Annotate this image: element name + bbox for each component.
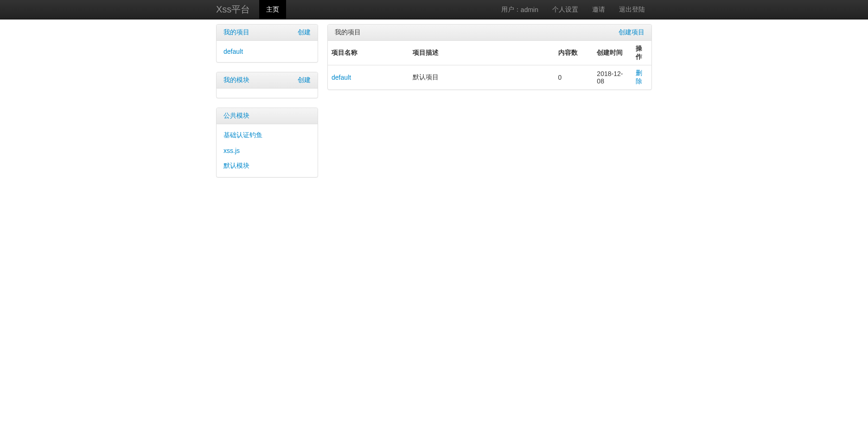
table-row: default 默认项目 0 2018-12-08 删除 <box>328 65 651 90</box>
panel-body-my-projects: default <box>217 41 318 62</box>
create-project-main-link[interactable]: 创建项目 <box>619 28 645 37</box>
panel-heading-main: 我的项目 创建项目 <box>328 25 651 41</box>
panel-my-modules: 我的模块 创建 <box>216 72 318 98</box>
project-name-link[interactable]: default <box>332 74 351 81</box>
nav-left: 主页 <box>259 0 286 19</box>
panel-heading-my-modules: 我的模块 创建 <box>217 72 318 89</box>
panel-title-public-modules: 公共模块 <box>223 112 249 120</box>
nav-home[interactable]: 主页 <box>259 0 286 19</box>
public-module-default[interactable]: 默认模块 <box>223 158 311 170</box>
nav-logout[interactable]: 退出登陆 <box>612 0 652 19</box>
td-count: 0 <box>555 65 594 90</box>
navbar: Xss平台 主页 用户：admin 个人设置 邀请 退出登陆 <box>0 0 868 19</box>
th-desc: 项目描述 <box>409 41 555 65</box>
main: 我的项目 创建项目 项目名称 项目描述 内容数 创建时间 操作 default <box>327 24 652 187</box>
project-item-default[interactable]: default <box>223 48 311 55</box>
panel-body-my-modules <box>217 89 318 98</box>
td-date: 2018-12-08 <box>593 65 632 90</box>
navbar-inner: Xss平台 主页 用户：admin 个人设置 邀请 退出登陆 <box>216 0 652 19</box>
nav-invite[interactable]: 邀请 <box>585 0 612 19</box>
create-module-link[interactable]: 创建 <box>298 76 311 84</box>
nav-right: 用户：admin 个人设置 邀请 退出登陆 <box>494 0 652 19</box>
panel-title-my-projects: 我的项目 <box>223 28 249 37</box>
panel-heading-public-modules: 公共模块 <box>217 108 318 124</box>
panel-heading-my-projects: 我的项目 创建 <box>217 25 318 41</box>
td-name: default <box>328 65 409 90</box>
delete-link[interactable]: 删除 <box>636 69 642 85</box>
th-count: 内容数 <box>555 41 594 65</box>
nav-profile[interactable]: 个人设置 <box>545 0 585 19</box>
panel-public-modules: 公共模块 基础认证钓鱼 xss.js 默认模块 <box>216 108 318 178</box>
td-action: 删除 <box>632 65 651 90</box>
table-header-row: 项目名称 项目描述 内容数 创建时间 操作 <box>328 41 651 65</box>
panel-title-my-modules: 我的模块 <box>223 76 249 84</box>
public-module-basic-auth[interactable]: 基础认证钓鱼 <box>223 131 311 143</box>
projects-table: 项目名称 项目描述 内容数 创建时间 操作 default 默认项目 0 201… <box>328 41 651 89</box>
nav-user-label: 用户：admin <box>494 0 545 19</box>
container: 我的项目 创建 default 我的模块 创建 公共模块 基础认证钓鱼 xss.… <box>216 19 652 187</box>
th-date: 创建时间 <box>593 41 632 65</box>
brand-link[interactable]: Xss平台 <box>216 3 259 16</box>
panel-body-public-modules: 基础认证钓鱼 xss.js 默认模块 <box>217 124 318 177</box>
sidebar: 我的项目 创建 default 我的模块 创建 公共模块 基础认证钓鱼 xss.… <box>216 24 318 187</box>
th-name: 项目名称 <box>328 41 409 65</box>
panel-title-main: 我的项目 <box>335 28 361 37</box>
panel-main-projects: 我的项目 创建项目 项目名称 项目描述 内容数 创建时间 操作 default <box>327 24 652 90</box>
th-action: 操作 <box>632 41 651 65</box>
td-desc: 默认项目 <box>409 65 555 90</box>
public-module-xssjs[interactable]: xss.js <box>223 143 311 158</box>
panel-my-projects: 我的项目 创建 default <box>216 24 318 63</box>
create-project-link[interactable]: 创建 <box>298 28 311 37</box>
